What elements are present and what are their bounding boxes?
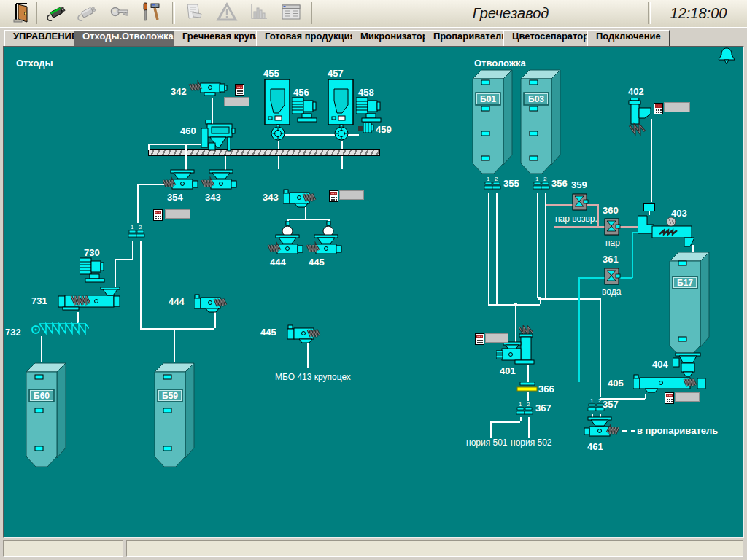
control-indicator[interactable]: [475, 333, 484, 348]
equip-459[interactable]: [358, 121, 374, 139]
svg-text:1: 1: [487, 176, 490, 182]
equip-B01[interactable]: Б01: [471, 69, 514, 181]
equip-label: 457: [328, 68, 344, 79]
equip-label: 354: [167, 192, 183, 203]
value-display: [165, 209, 190, 219]
toolbar-report-button[interactable]: [181, 2, 207, 25]
toolbar-separator: [36, 2, 39, 24]
equip-401[interactable]: [496, 325, 538, 369]
steam-pipe-line: [619, 226, 640, 228]
control-indicator[interactable]: [153, 209, 163, 224]
equip-label: 732: [5, 327, 21, 338]
pipe-line: [148, 144, 204, 145]
tab-7[interactable]: Подключение: [587, 30, 670, 47]
equip-label: 360: [603, 205, 619, 216]
svg-text:2: 2: [139, 224, 142, 230]
toolbar-separator: [172, 2, 175, 24]
equip-354[interactable]: [162, 168, 201, 195]
equip-360[interactable]: [604, 217, 622, 240]
toolbar-tools-button[interactable]: [139, 2, 165, 25]
pipe-line: [140, 241, 142, 328]
equip-label: МБО 413 крупоцех: [275, 372, 351, 382]
equip-456[interactable]: [292, 95, 318, 127]
equip-label: 367: [535, 402, 551, 413]
pipe-line: [490, 421, 520, 423]
pipe-line: [287, 219, 328, 220]
tab-2[interactable]: Гречневая крупа: [174, 30, 269, 47]
svg-text:2: 2: [598, 397, 602, 404]
toolbar-alarm-warning-button[interactable]: [214, 2, 240, 25]
value-display: [485, 333, 508, 343]
value-display: [664, 102, 690, 112]
equip-444b[interactable]: [194, 293, 236, 316]
equip-367[interactable]: 1 2: [515, 400, 535, 421]
equip-B59[interactable]: Б59: [153, 362, 196, 474]
equip-731[interactable]: [58, 287, 125, 316]
equip-343a[interactable]: [201, 168, 240, 195]
equip-343b[interactable]: [283, 188, 325, 211]
equip-732[interactable]: [31, 322, 89, 339]
exit-door-icon: [12, 1, 34, 26]
equip-label: 460: [180, 125, 196, 136]
control-indicator[interactable]: [329, 190, 338, 205]
equip-label: 405: [608, 378, 624, 389]
equip-B03[interactable]: Б03: [519, 69, 562, 181]
equip-label: 359: [571, 179, 587, 190]
status-panel-right: [126, 540, 743, 557]
value-display: [339, 190, 364, 200]
equip-D1[interactable]: 1 2: [127, 223, 147, 244]
equip-label: 458: [358, 87, 374, 98]
equip-460[interactable]: [200, 120, 238, 156]
equip-366[interactable]: [516, 382, 538, 395]
equip-B17[interactable]: Б17: [668, 251, 711, 363]
toolbar-exit-door-button[interactable]: [10, 2, 36, 25]
equip-457[interactable]: [327, 79, 355, 146]
toolbar: Гречезавод 12:18:00: [0, 0, 747, 28]
equip-403[interactable]: [638, 214, 699, 252]
water-pipe-line: [578, 277, 605, 279]
alarm-bell-icon[interactable]: [717, 47, 736, 71]
equip-label: 730: [84, 247, 100, 258]
equip-730[interactable]: [80, 255, 106, 287]
pipe-line: [488, 192, 489, 304]
equip-445b[interactable]: [287, 324, 330, 347]
svg-text:Б59: Б59: [162, 391, 178, 401]
toolbar-trends-chart-button[interactable]: [245, 2, 271, 25]
equip-444c[interactable]: [267, 233, 306, 260]
equip-conn403[interactable]: [643, 201, 655, 214]
pipe-line: [148, 144, 150, 150]
equip-356[interactable]: 1 2: [532, 175, 552, 195]
section-title-right: Отволожка: [474, 58, 526, 69]
equip-label: 459: [376, 124, 392, 135]
equip-label: пар возвр.: [555, 214, 597, 224]
equip-label: 456: [293, 87, 309, 98]
key-icon: [109, 1, 131, 26]
equip-342[interactable]: [188, 80, 229, 102]
toolbar-connect-plug-button[interactable]: [44, 2, 70, 25]
pipe-line: [41, 336, 42, 362]
toolbar-values-panel-button[interactable]: [278, 2, 304, 25]
equip-461[interactable]: [581, 416, 620, 442]
tab-3[interactable]: Готовая продукция: [256, 30, 364, 47]
pipe-line: [140, 328, 214, 330]
equip-B60[interactable]: Б60: [25, 362, 67, 474]
toolbar-disconnect-plug-button[interactable]: [74, 2, 101, 25]
water-pipe-line: [578, 277, 580, 382]
equip-402[interactable]: [626, 98, 655, 146]
tab-1[interactable]: Отходы.Отволожка: [74, 30, 182, 47]
toolbar-separator: [311, 2, 314, 24]
control-indicator[interactable]: [665, 392, 674, 407]
svg-text:Б17: Б17: [677, 278, 693, 288]
toolbar-key-button[interactable]: [107, 2, 133, 25]
pipe-line: [545, 192, 546, 298]
tab-5[interactable]: Пропариватель: [425, 30, 516, 47]
equip-355[interactable]: 1 2: [483, 175, 503, 195]
process-diagram: Отходы Отволожка: [3, 46, 744, 538]
equip-label: 731: [31, 295, 47, 306]
equip-455[interactable]: [263, 79, 291, 146]
equip-445c[interactable]: [306, 233, 345, 260]
equip-label: 445: [309, 257, 325, 268]
control-indicator[interactable]: [235, 84, 244, 98]
control-indicator[interactable]: [654, 103, 663, 117]
equip-359[interactable]: [572, 192, 589, 215]
